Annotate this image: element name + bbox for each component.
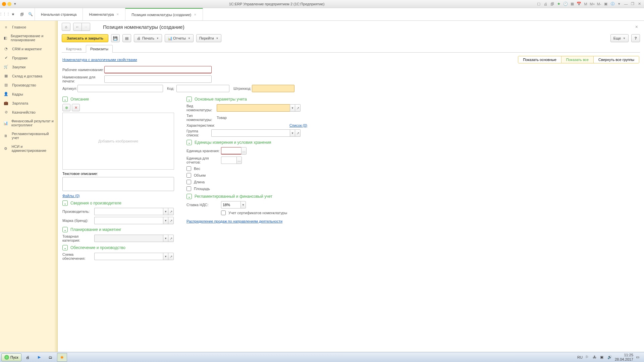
titlebar-m-icon[interactable]: M [583,1,588,7]
titlebar-print-icon[interactable]: 🖨 [543,1,548,7]
storage-unit-input[interactable] [221,147,241,155]
section-manufacturer[interactable]: ⌄ Сведения о производителе [62,200,176,206]
taskbar-devices-icon[interactable]: 🖨 [23,353,33,362]
subtab-card[interactable]: Карточка [62,45,86,53]
tab-home[interactable]: Начальная страница [35,8,83,20]
dropdown-icon[interactable]: ▼ [240,201,246,208]
section-units[interactable]: ⌄ Единицы измерения и условия хранения [186,140,307,145]
nav-home-button[interactable]: ⌂ [62,23,70,31]
list-group-input[interactable] [211,129,290,137]
apps-grid-icon[interactable]: ⋮⋮⋮ [0,8,9,20]
sidebar-item-finresult[interactable]: 📊Финансовый результат и контроллинг [0,117,57,129]
sidebar-item-budgeting[interactable]: ◧Бюджетирование и планирование [0,32,57,44]
sidebar-item-regaccounting[interactable]: 🗎Регламентированный учет [0,129,57,142]
tray-show-desktop[interactable]: ▭ [636,355,641,360]
sidebar-item-warehouse[interactable]: ▦Склад и доставка [0,71,57,80]
tab-nomenclature[interactable]: Номенклатура ✕ [83,8,125,20]
sidebar-item-nsi[interactable]: ⚙НСИ и администрирование [0,142,57,155]
tray-flag-icon[interactable]: ⚐ [585,355,590,360]
list-button[interactable]: ▤ [122,34,131,42]
view-show-all[interactable]: Показать все [561,56,594,63]
report-unit-input[interactable] [221,157,236,164]
taskbar-1c-icon[interactable]: ◉ [57,353,67,362]
image-placeholder[interactable]: Добавить изображение [62,113,174,170]
sales-distribution-link[interactable]: Распределение продаж по направлениям дея… [186,219,282,223]
print-button[interactable]: 🖨Печать▼ [134,34,162,42]
tab-close-icon[interactable]: ✕ [194,13,197,16]
similar-nomenclature-link[interactable]: Номенклатура с аналогичными свойствами [62,58,137,62]
taskbar-explorer-icon[interactable]: 🗂 [46,353,56,362]
window-close-icon[interactable]: ✕ [637,1,642,7]
titlebar-info-dd[interactable]: ▾ [616,1,622,7]
select-icon[interactable]: … [236,157,242,164]
titlebar-mminus-icon[interactable]: M- [596,1,602,7]
section-description[interactable]: ⌄ Описание [62,97,176,102]
dropdown-icon[interactable]: ▼ [163,208,168,215]
text-desc-input[interactable] [62,177,174,191]
lang-indicator[interactable]: RU [577,355,583,359]
vat-rate-input[interactable] [221,201,240,208]
titlebar-star-icon[interactable]: ★ [556,1,561,7]
nomenclature-type-input[interactable] [217,104,290,112]
open-icon[interactable]: ↗ [168,253,174,260]
sidebar-item-hr[interactable]: 👤Кадры [0,89,57,99]
sidebar-item-crm[interactable]: ◔CRM и маркетинг [0,44,57,53]
dropdown-icon[interactable]: ▼ [290,104,295,112]
window-minimize-icon[interactable]: — [623,1,629,7]
open-icon[interactable]: ↗ [168,235,174,242]
sidebar-item-purchases[interactable]: 🛒Закупки [0,62,57,71]
length-checkbox[interactable] [186,180,191,184]
page-close-button[interactable]: × [633,24,640,29]
open-icon[interactable]: ↗ [295,129,301,137]
history-clip-icon[interactable]: 🗐 [17,8,26,20]
sidebar-item-production[interactable]: ▥Производство [0,80,57,89]
brand-input[interactable] [94,217,163,224]
sidebar-item-treasury[interactable]: ⊘Казначейство [0,108,57,117]
files-link[interactable]: Файлы (0) [62,194,79,198]
section-supply[interactable]: ⌄ Обеспечение и производство [62,245,176,250]
titlebar-info-icon[interactable]: ⓘ [610,1,615,7]
nav-forward-button[interactable]: → [82,23,90,31]
tray-window-icon[interactable]: ▣ [600,355,605,360]
window-maximize-icon[interactable]: ❐ [630,1,635,7]
titlebar-history-icon[interactable]: 🕘 [563,1,568,7]
taskbar-powershell-icon[interactable]: ▶ [34,353,44,362]
add-image-button[interactable]: ⊕ [62,104,70,111]
save-close-button[interactable]: Записать и закрыть [62,34,108,42]
save-button[interactable]: 💾 [111,34,120,42]
manufacturer-input[interactable] [94,208,163,215]
start-button[interactable]: Пуск [1,353,21,361]
sidebar-collapse-handle[interactable] [54,21,57,352]
nav-back-button[interactable]: ← [73,23,82,31]
tab-close-icon[interactable]: ✕ [116,13,119,16]
delete-image-button[interactable]: ✕ [72,104,80,111]
characteristics-list-link[interactable]: Список (0) [289,123,307,127]
barcode-input[interactable] [252,85,294,92]
open-icon[interactable]: ↗ [168,217,174,224]
sidebar-item-salary[interactable]: 💼Зарплата [0,99,57,108]
cert-accounting-checkbox[interactable] [221,210,226,215]
sidebar-item-main[interactable]: ≡Главное [0,23,57,32]
titlebar-calendar-icon[interactable]: 📅 [576,1,582,7]
titlebar-window-icon[interactable]: ▣ [603,1,608,7]
print-name-input[interactable] [104,75,212,83]
area-checkbox[interactable] [186,186,191,191]
section-regfin[interactable]: ⌄ Регламентированный и финансовый учет [186,194,307,199]
favorites-star-icon[interactable]: ★ [9,8,17,20]
dropdown-icon[interactable]: ▼ [163,235,168,242]
section-main-params[interactable]: ⌄ Основные параметры учета [186,97,307,102]
help-button[interactable]: ? [631,34,640,42]
volume-checkbox[interactable] [186,173,191,178]
titlebar-mplus-icon[interactable]: M+ [590,1,595,7]
dropdown-icon[interactable]: ▼ [163,217,168,224]
weight-checkbox[interactable] [186,166,191,171]
section-planning[interactable]: ⌄ Планирование и маркетинг [62,227,176,232]
view-collapse-all[interactable]: Свернуть все группы [594,56,639,63]
titlebar-icon-1[interactable]: ▢ [536,1,541,7]
product-category-input[interactable] [94,235,163,242]
tab-nomenclature-position[interactable]: Позиция номенклатуры (создание) ✕ [125,8,203,20]
dropdown-icon[interactable]: ▼ [290,129,295,137]
supply-scheme-input[interactable] [94,253,163,260]
tray-network-icon[interactable]: 🖧 [593,355,597,360]
titlebar-calc-icon[interactable]: ▦ [570,1,575,7]
